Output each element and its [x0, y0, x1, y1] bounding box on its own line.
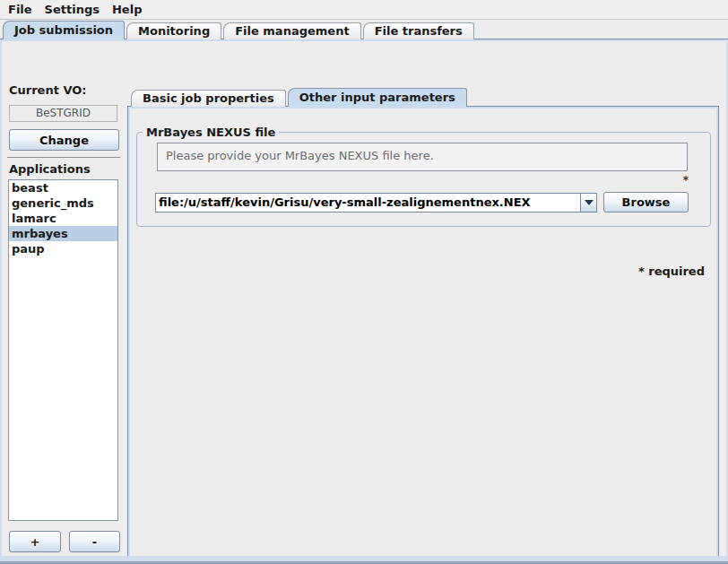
tab-job-submission[interactable]: Job submission	[3, 21, 125, 39]
list-item-generic-mds[interactable]: generic_mds	[9, 195, 117, 211]
tab-other-input-parameters[interactable]: Other input parameters	[288, 88, 467, 107]
current-vo-value: BeSTGRID	[9, 105, 117, 122]
chevron-down-icon	[585, 200, 594, 205]
sidebar-separator	[7, 157, 120, 158]
menu-help[interactable]: Help	[106, 0, 148, 20]
group-title: MrBayes NEXUS file	[143, 126, 279, 139]
remove-application-button[interactable]: -	[69, 531, 120, 552]
nexus-file-input[interactable]	[156, 194, 580, 212]
combo-dropdown-button[interactable]	[580, 194, 596, 212]
current-vo-label: Current VO:	[9, 83, 87, 97]
menu-settings[interactable]: Settings	[39, 0, 106, 20]
mrbayes-nexus-group: MrBayes NEXUS file Please provide your M…	[136, 132, 711, 227]
menu-file[interactable]: File	[2, 0, 39, 20]
window-frame-bottom	[0, 556, 728, 564]
tab-file-management[interactable]: File management	[223, 22, 360, 39]
applications-list: beast generic_mds lamarc mrbayes paup	[8, 179, 118, 521]
list-item-paup[interactable]: paup	[9, 241, 117, 256]
main-tab-bar: Job submission Monitoring File managemen…	[3, 21, 474, 39]
job-properties-tab-bar: Basic job properties Other input paramet…	[131, 88, 467, 107]
list-item-lamarc[interactable]: lamarc	[9, 211, 117, 226]
tab-monitoring[interactable]: Monitoring	[126, 22, 221, 39]
applications-label: Applications	[9, 162, 91, 176]
required-asterisk: *	[683, 174, 689, 187]
change-vo-button[interactable]: Change	[9, 129, 119, 151]
add-application-button[interactable]: +	[9, 531, 61, 552]
tab-basic-job-properties[interactable]: Basic job properties	[131, 90, 286, 107]
tab-file-transfers[interactable]: File transfers	[363, 22, 474, 39]
application-window: File Settings Help Job submission Monito…	[0, 0, 728, 564]
nexus-file-description: Please provide your MrBayes NEXUS file h…	[157, 143, 688, 171]
list-item-beast[interactable]: beast	[9, 180, 117, 195]
browse-button[interactable]: Browse	[603, 192, 689, 213]
menu-bar: File Settings Help	[0, 0, 728, 20]
required-note: * required	[638, 265, 705, 278]
nexus-file-combobox	[155, 193, 597, 213]
list-item-mrbayes[interactable]: mrbayes	[9, 226, 117, 241]
job-submission-panel: Current VO: BeSTGRID Change Applications…	[0, 39, 728, 564]
